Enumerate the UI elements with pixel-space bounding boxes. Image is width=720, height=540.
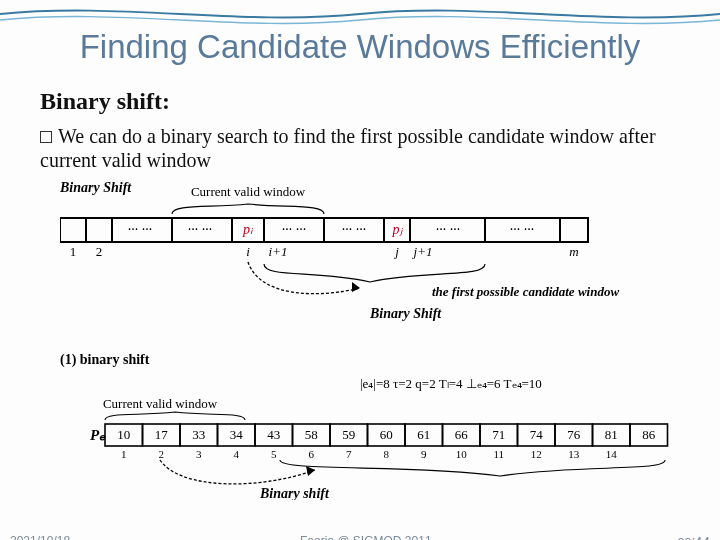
d2-index: 5	[271, 448, 277, 460]
body-text: We can do a binary search to find the fi…	[40, 125, 656, 171]
svg-text:··· ···: ··· ···	[436, 222, 461, 237]
d2-pe: Pₑ	[90, 427, 106, 443]
svg-text:··· ···: ··· ···	[128, 222, 153, 237]
footer-venue: Faerie @ SIGMOD 2011	[300, 534, 432, 540]
body-paragraph: We can do a binary search to find the fi…	[40, 124, 680, 172]
d1-bs: Binary Shift	[369, 306, 442, 321]
d2-index: 6	[309, 448, 315, 460]
d2-index: 12	[531, 448, 542, 460]
footer-page: 32/44	[678, 534, 710, 540]
d2-value: 43	[267, 427, 280, 442]
svg-text:i+1: i+1	[269, 244, 288, 259]
svg-marker-25	[306, 466, 315, 476]
d2-cvw: Current valid window	[103, 396, 218, 411]
svg-rect-10	[560, 218, 588, 242]
binary-shift-diagram: Binary Shift ··· ··· ··· ··· ··· ··· ···…	[60, 178, 680, 328]
d2-index: 4	[234, 448, 240, 460]
d2-value: 66	[455, 427, 469, 442]
d1-cvw: Current valid window	[191, 184, 306, 199]
svg-text:j: j	[393, 244, 399, 259]
d2-metrics: |e₄|=8 τ=2 q=2 Tₗ=4 ⊥ₑ₄=6 Tₑ₄=10	[360, 376, 542, 391]
d2-value: 71	[492, 427, 505, 442]
svg-text:··· ···: ··· ···	[282, 222, 307, 237]
d2-value: 10	[117, 427, 130, 442]
d2-index: 10	[456, 448, 468, 460]
d2-value: 34	[230, 427, 244, 442]
decorative-wave	[0, 0, 720, 30]
d2-index: 9	[421, 448, 427, 460]
svg-text:··· ···: ··· ···	[342, 222, 367, 237]
d2-value: 58	[305, 427, 318, 442]
svg-text:i: i	[246, 244, 250, 259]
slide-title: Finding Candidate Windows Efficiently	[0, 28, 720, 66]
example-diagram: (1) binary shift |e₄|=8 τ=2 q=2 Tₗ=4 ⊥ₑ₄…	[60, 350, 690, 500]
d1-pj: pⱼ	[392, 222, 404, 237]
d2-index: 14	[606, 448, 618, 460]
svg-rect-0	[60, 218, 86, 242]
d2-index: 1	[121, 448, 127, 460]
footer-date: 2021/10/18	[10, 534, 70, 540]
d2-value: 60	[380, 427, 393, 442]
svg-text:··· ···: ··· ···	[510, 222, 535, 237]
svg-text:··· ···: ··· ···	[188, 222, 213, 237]
d1-fpc: the first possible candidate window	[432, 284, 619, 299]
section-heading: Binary shift:	[40, 88, 170, 115]
d2-value: 86	[642, 427, 656, 442]
d2-value: 76	[567, 427, 581, 442]
d2-value: 81	[605, 427, 618, 442]
d2-value: 17	[155, 427, 169, 442]
d2-index: 7	[346, 448, 352, 460]
svg-text:2: 2	[96, 244, 103, 259]
bullet-icon	[40, 131, 52, 143]
svg-text:1: 1	[70, 244, 77, 259]
d2-index: 13	[568, 448, 580, 460]
d2-section: (1) binary shift	[60, 352, 150, 368]
svg-rect-1	[86, 218, 112, 242]
svg-marker-24	[352, 282, 360, 292]
d2-index: 11	[493, 448, 504, 460]
d2-value: 33	[192, 427, 205, 442]
d2-value: 74	[530, 427, 544, 442]
d1-caption: Binary Shift	[60, 180, 132, 195]
svg-text:m: m	[569, 244, 578, 259]
d2-value: 59	[342, 427, 355, 442]
d2-value: 61	[417, 427, 430, 442]
d1-pi: pᵢ	[242, 222, 254, 237]
svg-text:j+1: j+1	[412, 244, 433, 259]
d2-index: 3	[196, 448, 202, 460]
d2-bs: Binary shift	[259, 486, 330, 500]
d2-index: 8	[384, 448, 390, 460]
d2-index: 2	[159, 448, 165, 460]
